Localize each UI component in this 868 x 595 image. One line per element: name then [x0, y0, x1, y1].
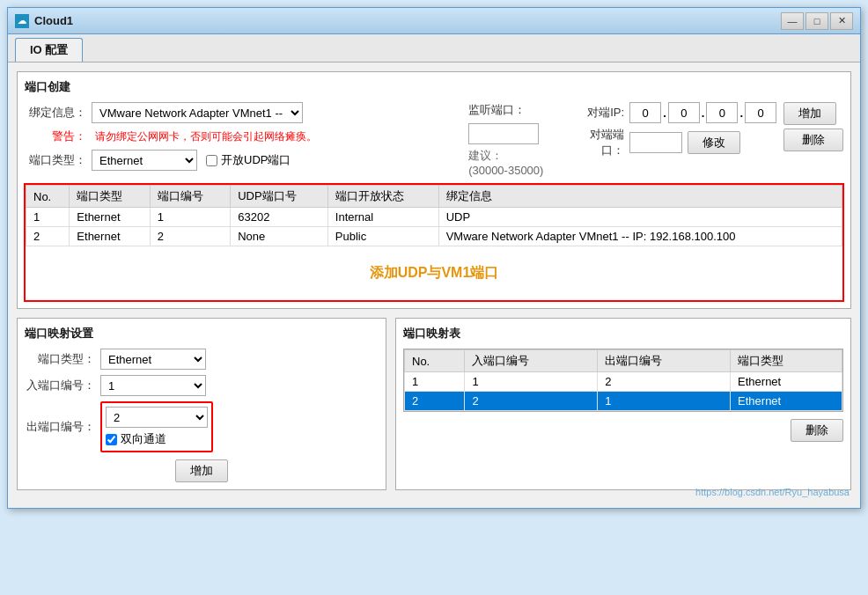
remote-port-input[interactable]: 0: [629, 132, 682, 153]
port-map-table-section: 端口映射表 No. 入端口编号 出端口编号 端口类型: [395, 318, 851, 490]
map-col-in: 入端口编号: [465, 350, 598, 372]
monitor-block: 监听端口： 30000 建议： (30000-35000): [468, 102, 565, 177]
creation-buttons: 增加 删除: [783, 102, 843, 151]
title-bar: ☁ Cloud1 — □ ✕: [8, 8, 860, 34]
port-cell-type: Ethernet: [70, 227, 150, 246]
window-controls: — □ ✕: [781, 12, 853, 30]
watermark: https://blog.csdn.net/Ryu_hayabusa: [695, 487, 850, 497]
col-status: 端口开放状态: [327, 186, 438, 208]
warning-row: 警告： 请勿绑定公网网卡，否则可能会引起网络瘫痪。: [25, 129, 458, 144]
map-type-label: 端口类型：: [25, 351, 95, 367]
map-col-type: 端口类型: [731, 350, 842, 372]
port-type-row: 端口类型： Ethernet 开放UDP端口: [25, 150, 458, 171]
map-add-row: 增加: [25, 459, 379, 482]
bidirect-checkbox[interactable]: [106, 434, 117, 445]
col-binding: 绑定信息: [438, 186, 842, 208]
close-button[interactable]: ✕: [830, 12, 853, 30]
port-map-table-title: 端口映射表: [403, 326, 843, 342]
map-type-row: 端口类型： Ethernet: [25, 349, 379, 370]
ip-octet-3[interactable]: [706, 102, 738, 123]
port-creation-title: 端口创建: [25, 79, 843, 95]
col-no: No.: [26, 186, 70, 208]
remote-port-label: 对端端口：: [576, 127, 624, 158]
port-table: No. 端口类型 端口编号 UDP端口号 端口开放状态 绑定信息 1Ethern…: [26, 185, 842, 246]
udp-port-checkbox[interactable]: [206, 155, 217, 166]
port-creation-section: 端口创建 绑定信息： VMware Network Adapter VMnet1…: [17, 71, 851, 309]
map-delete-row: 删除: [403, 419, 843, 442]
map-cell-type: Ethernet: [731, 392, 842, 411]
map-table-row[interactable]: 112Ethernet: [405, 372, 842, 392]
main-content: 端口创建 绑定信息： VMware Network Adapter VMnet1…: [8, 62, 860, 508]
map-table-row[interactable]: 221Ethernet: [405, 392, 842, 411]
map-type-select[interactable]: Ethernet: [100, 349, 206, 370]
map-cell-type: Ethernet: [731, 372, 842, 392]
remote-ip-row: 对端IP: . . .: [576, 102, 776, 123]
map-table-header: No. 入端口编号 出端口编号 端口类型: [405, 350, 842, 372]
binding-select[interactable]: VMware Network Adapter VMnet1 -- IP: 192…: [92, 102, 303, 123]
port-table-row[interactable]: 1Ethernet163202InternalUDP: [26, 208, 842, 227]
tab-bar: IO 配置: [8, 34, 860, 62]
monitor-row: 监听端口：: [468, 102, 565, 118]
maximize-button[interactable]: □: [805, 12, 828, 30]
monitor-note-text: 建议：: [468, 149, 503, 162]
map-out-row: 出端口编号： 2 双向通道: [25, 401, 379, 452]
binding-row: 绑定信息： VMware Network Adapter VMnet1 -- I…: [25, 102, 458, 123]
port-cell-num: 2: [150, 227, 230, 246]
port-map-settings-title: 端口映射设置: [25, 326, 379, 342]
ip-octet-1[interactable]: [629, 102, 661, 123]
map-out-select[interactable]: 2: [106, 407, 208, 428]
map-in-label: 入端口编号：: [25, 378, 95, 393]
udp-port-checkbox-group: 开放UDP端口: [206, 152, 291, 168]
map-cell-in: 1: [465, 372, 598, 392]
warning-label: 警告：: [25, 129, 86, 144]
map-table-container: No. 入端口编号 出端口编号 端口类型 112Ethernet221Ether…: [403, 349, 843, 412]
remote-fields: 对端IP: . . . 对端: [576, 102, 776, 162]
port-cell-udp: None: [231, 227, 328, 246]
map-in-select[interactable]: 1: [100, 375, 206, 396]
remote-port-row: 对端端口： 0 修改: [576, 127, 776, 158]
port-cell-udp: 63202: [231, 208, 328, 227]
bottom-sections: 端口映射设置 端口类型： Ethernet 入端口编号： 1: [17, 318, 851, 499]
port-table-container: No. 端口类型 端口编号 UDP端口号 端口开放状态 绑定信息 1Ethern…: [25, 184, 843, 301]
ip-octet-4[interactable]: [745, 102, 776, 123]
app-icon: ☁: [15, 14, 29, 28]
minimize-button[interactable]: —: [781, 12, 804, 30]
main-window: ☁ Cloud1 — □ ✕ IO 配置 端口创建 绑定信息：: [7, 7, 861, 509]
port-table-row[interactable]: 2Ethernet2NonePublicVMware Network Adapt…: [26, 227, 842, 246]
col-type: 端口类型: [70, 186, 150, 208]
monitor-label: 监听端口：: [468, 102, 526, 118]
port-map-settings-section: 端口映射设置 端口类型： Ethernet 入端口编号： 1: [17, 318, 386, 490]
map-col-out: 出端口编号: [598, 350, 731, 372]
map-in-row: 入端口编号： 1: [25, 375, 379, 396]
port-cell-binding: UDP: [438, 208, 842, 227]
binding-label: 绑定信息：: [25, 105, 86, 121]
port-add-button[interactable]: 增加: [783, 102, 836, 125]
udp-port-label: 开放UDP端口: [221, 152, 291, 168]
monitor-note: 建议： (30000-35000): [468, 148, 565, 177]
bidirect-row: 双向通道: [106, 431, 208, 447]
monitor-port-input[interactable]: 30000: [468, 123, 539, 144]
ip-octet-2[interactable]: [668, 102, 700, 123]
map-table: No. 入端口编号 出端口编号 端口类型 112Ethernet221Ether…: [404, 349, 842, 411]
bidirect-label: 双向通道: [121, 431, 166, 447]
port-creation-left: 绑定信息： VMware Network Adapter VMnet1 -- I…: [25, 102, 458, 176]
col-num: 端口编号: [150, 186, 230, 208]
port-type-label: 端口类型：: [25, 152, 86, 168]
map-cell-in: 2: [465, 392, 598, 411]
map-delete-button[interactable]: 删除: [791, 419, 843, 442]
col-udp: UDP端口号: [231, 186, 328, 208]
port-cell-no: 1: [26, 208, 70, 227]
port-type-select[interactable]: Ethernet: [92, 150, 197, 171]
port-cell-num: 1: [150, 208, 230, 227]
map-cell-no: 1: [405, 372, 465, 392]
modify-button[interactable]: 修改: [688, 131, 740, 154]
warning-text: 请勿绑定公网网卡，否则可能会引起网络瘫痪。: [95, 129, 317, 144]
map-add-button[interactable]: 增加: [175, 459, 228, 482]
port-cell-no: 2: [26, 227, 70, 246]
udp-hint: 添加UDP与VM1端口: [26, 246, 842, 300]
map-cell-out: 2: [598, 372, 731, 392]
map-cell-out: 1: [598, 392, 731, 411]
port-delete-button[interactable]: 删除: [783, 129, 843, 151]
tab-io-config[interactable]: IO 配置: [15, 38, 83, 62]
port-cell-status: Public: [327, 227, 438, 246]
